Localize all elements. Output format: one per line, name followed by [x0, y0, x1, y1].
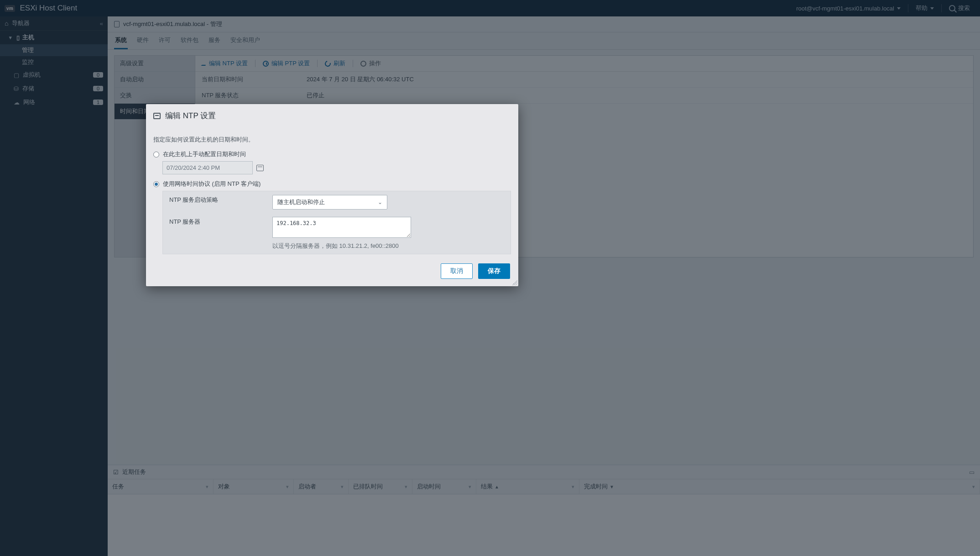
radio-use-ntp[interactable]: 使用网络时间协议 (启用 NTP 客户端)	[153, 180, 511, 188]
dialog-description: 指定应如何设置此主机的日期和时间。	[153, 136, 511, 144]
cancel-button[interactable]: 取消	[441, 263, 473, 279]
save-button[interactable]: 保存	[478, 263, 510, 279]
radio-icon	[153, 152, 159, 157]
edit-ntp-dialog: 编辑 NTP 设置 指定应如何设置此主机的日期和时间。 在此主机上手动配置日期和…	[146, 104, 518, 286]
select-value: 随主机启动和停止	[277, 198, 325, 206]
dialog-title: 编辑 NTP 设置	[165, 110, 216, 121]
manual-datetime-input[interactable]	[162, 161, 253, 174]
field-label-servers: NTP 服务器	[163, 213, 272, 254]
radio-label: 在此主机上手动配置日期和时间	[163, 150, 246, 158]
radio-icon	[153, 181, 159, 187]
radio-label: 使用网络时间协议 (启用 NTP 客户端)	[163, 180, 261, 188]
calendar-icon	[153, 113, 161, 119]
ntp-form: NTP 服务启动策略 随主机启动和停止 ⌄ NTP 服务器 以逗号分隔服务器，例…	[162, 191, 511, 254]
field-label-policy: NTP 服务启动策略	[163, 191, 272, 213]
servers-hint: 以逗号分隔服务器，例如 10.31.21.2, fe00::2800	[272, 242, 504, 250]
resize-grip-icon[interactable]	[512, 280, 517, 285]
ntp-policy-select[interactable]: 随主机启动和停止 ⌄	[272, 195, 387, 210]
chevron-down-icon: ⌄	[378, 199, 382, 205]
date-picker-button[interactable]	[256, 165, 264, 171]
radio-manual-datetime[interactable]: 在此主机上手动配置日期和时间	[153, 150, 511, 158]
ntp-servers-textarea[interactable]	[272, 217, 411, 238]
dialog-title-bar: 编辑 NTP 设置	[146, 104, 518, 126]
